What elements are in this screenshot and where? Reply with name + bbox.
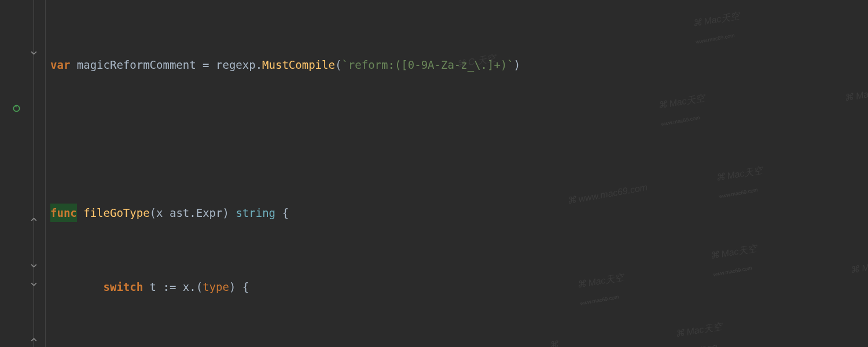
- watermark: ⌘Mac天空www.mac69.com: [691, 6, 744, 51]
- code-editor[interactable]: var magicReformComment = regexp.MustComp…: [0, 0, 868, 347]
- fold-toggle-icon[interactable]: [30, 280, 38, 288]
- code-line[interactable]: [50, 130, 868, 148]
- watermark: ⌘Mac天空: [849, 253, 868, 280]
- fold-toggle-icon[interactable]: [30, 336, 38, 344]
- fold-column: [29, 0, 46, 347]
- watermark: ⌘Mac: [843, 84, 868, 108]
- watermark: ⌘Mac天空www.mac69.com: [714, 161, 767, 205]
- watermark: ⌘: [547, 335, 562, 347]
- fold-toggle-icon[interactable]: [30, 49, 38, 57]
- code-line[interactable]: switch t := x.(type) {: [50, 278, 868, 296]
- fold-toggle-icon[interactable]: [30, 216, 38, 223]
- code-line[interactable]: func fileGoType(x ast.Expr) string {: [50, 204, 868, 222]
- code-area[interactable]: var magicReformComment = regexp.MustComp…: [46, 0, 868, 347]
- code-line[interactable]: var magicReformComment = regexp.MustComp…: [50, 56, 868, 74]
- rerun-icon[interactable]: [12, 104, 21, 113]
- fold-toggle-icon[interactable]: [30, 262, 38, 270]
- gutter: [0, 0, 29, 347]
- watermark: ⌘Mac天空www.mac69.com: [674, 317, 727, 347]
- watermark: ⌘Mac天空www.mac69.com: [656, 88, 709, 133]
